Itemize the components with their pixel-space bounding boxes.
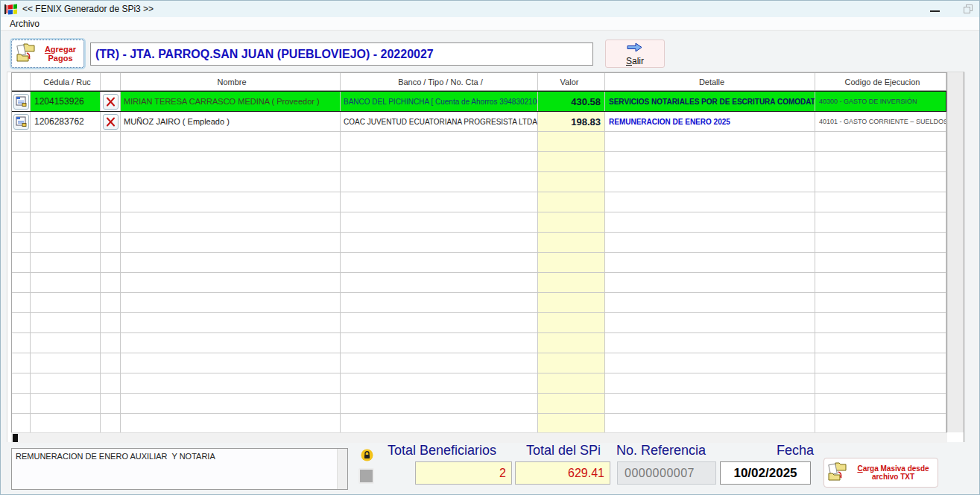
table-row-empty[interactable] [12,313,946,333]
delete-row-button[interactable] [103,94,118,110]
fecha-label: Fecha [777,443,814,458]
column-header-valor[interactable]: Valor [538,73,605,90]
table-row-empty[interactable] [12,333,946,353]
total-spi-label: Total del SPi [526,443,601,458]
cell-banco: COAC JUVENTUD ECUATORIANA PROGRESISTA LT… [341,112,538,131]
delete-row-button[interactable] [103,114,118,130]
table-row-empty[interactable] [12,253,946,273]
grid-header: Cédula / Ruc Nombre Banco / Tipo / No. C… [12,73,946,91]
app-window-icon [4,4,18,15]
salir-label: Salir [626,56,644,66]
cell-nombre: MUÑOZ JAIRO ( Empleado ) [121,112,341,131]
table-row[interactable]: 1204153926 MIRIAN TERESA CARRASCO MEDINA… [12,91,946,112]
grid-empty-rows [12,132,946,432]
edit-row-button[interactable] [13,94,29,110]
grid-horizontal-scrollbar[interactable] [11,432,947,443]
referencia-field: 0000000007 [617,461,716,485]
carga-masiva-label: Carga Masiva desde archivo TXT [849,464,938,481]
column-header-edit [12,73,31,90]
toolbar: Agregar Pagos Salir [1,31,979,72]
column-header-nombre[interactable]: Nombre [121,73,341,90]
menu-bar: Archivo [1,17,979,31]
table-row-empty[interactable] [12,132,946,152]
edit-row-button[interactable] [13,114,29,130]
cell-detalle: REMUNERACION DE ENERO 2025 [605,112,815,131]
cell-codigo: 40300 - GASTO DE INVERSIÓN [815,92,946,111]
table-row-empty[interactable] [12,293,946,313]
table-row-empty[interactable] [12,152,946,172]
table-row-empty[interactable] [12,172,946,192]
fecha-field[interactable]: 10/02/2025 [720,461,811,485]
total-beneficiarios-value: 2 [415,461,512,485]
window-titlebar: << FENIX Generador de SPi3 >> [1,1,979,17]
agregar-pagos-button[interactable]: Agregar Pagos [11,40,84,68]
cell-cedula: 1204153926 [31,92,101,111]
folder-load-icon [826,460,849,485]
total-beneficiarios-label: Total Beneficiarios [388,443,496,458]
grid-vertical-scrollbar[interactable] [947,72,964,432]
column-header-cedula[interactable]: Cédula / Ruc [31,73,101,90]
cell-cedula: 1206283762 [31,112,101,131]
table-row-empty[interactable] [12,192,946,212]
column-header-detalle[interactable]: Detalle [605,73,815,90]
table-row-empty[interactable] [12,233,946,253]
color-swatch-button[interactable] [358,468,374,484]
delete-x-icon [106,117,116,127]
column-header-banco[interactable]: Banco / Tipo / No. Cta / [341,73,538,90]
table-row-empty[interactable] [12,394,946,414]
form-edit-icon [16,96,27,107]
window-title: << FENIX Generador de SPi3 >> [22,4,154,14]
cell-nombre: MIRIAN TERESA CARRASCO MEDINA ( Proveedo… [121,92,341,111]
cell-valor: 430.58 [538,92,605,111]
payments-grid: Cédula / Ruc Nombre Banco / Tipo / No. C… [7,72,964,442]
descripcion-scrollbar[interactable] [337,449,347,489]
table-row-empty[interactable] [12,212,946,233]
agregar-pagos-label: Agregar Pagos [37,45,83,63]
descripcion-textarea[interactable]: REMUNERACION DE ENERO AUXILIAR Y NOTARIA [12,449,337,489]
cell-codigo: 40101 - GASTO CORRIENTE – SUELDOS [815,112,946,131]
column-header-codigo[interactable]: Codigo de Ejecucion [815,73,946,90]
cell-banco: BANCO DEL PICHINCHA [ Cuenta de Ahorros … [341,92,538,111]
folder-transfer-icon [15,41,37,66]
table-row[interactable]: 1206283762 MUÑOZ JAIRO ( Empleado ) COAC… [12,112,946,132]
salir-button[interactable]: Salir [605,40,665,68]
grid-body: 1204153926 MIRIAN TERESA CARRASCO MEDINA… [12,91,946,432]
menu-item-archivo[interactable]: Archivo [7,19,42,29]
column-header-delete [101,73,121,90]
delete-x-icon [106,97,116,107]
cell-detalle: SERVICIOS NOTARIALES POR DE ESCRITURA CO… [605,92,815,111]
descripcion-field-wrap: REMUNERACION DE ENERO AUXILIAR Y NOTARIA [11,448,348,490]
form-edit-icon [16,116,27,127]
restore-button[interactable] [964,4,973,13]
total-spi-value: 629.41 [515,461,610,485]
carga-masiva-button[interactable]: Carga Masiva desde archivo TXT [823,458,938,488]
lock-icon [361,449,373,461]
scrollbar-thumb[interactable] [13,434,18,442]
table-row-empty[interactable] [12,414,946,432]
table-row-empty[interactable] [12,353,946,373]
table-row-empty[interactable] [12,273,946,293]
referencia-label: No. Referencia [616,443,706,458]
table-row-empty[interactable] [12,373,946,394]
minimize-button[interactable] [930,10,940,12]
cell-valor: 198.83 [538,112,605,131]
exit-arrow-icon [626,42,644,55]
footer-panel: REMUNERACION DE ENERO AUXILIAR Y NOTARIA… [1,442,979,495]
entity-input[interactable] [90,42,593,66]
